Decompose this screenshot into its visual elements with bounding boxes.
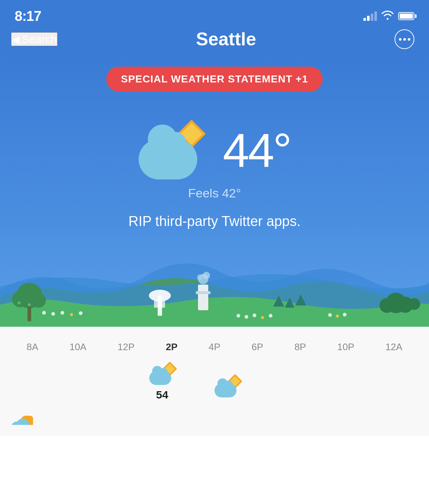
signal-bar-2 — [367, 16, 370, 21]
partial-icon-8a — [11, 416, 33, 425]
partly-cloudy-icon — [139, 121, 205, 179]
partial-icon-placeholder2 — [81, 416, 129, 425]
back-label: Search — [22, 33, 57, 45]
hour-temp-2p: 54 — [156, 389, 168, 401]
hourly-bottom-partial — [0, 408, 429, 425]
dot-3 — [408, 38, 410, 41]
svg-rect-3 — [27, 307, 31, 321]
svg-point-31 — [328, 313, 332, 317]
svg-point-1 — [12, 291, 28, 307]
svg-point-12 — [197, 274, 203, 280]
hour-label-6p: 6P — [252, 341, 263, 353]
svg-point-33 — [343, 313, 346, 316]
landscape-scene — [0, 224, 429, 327]
partial-icon-placeholder4 — [177, 416, 225, 425]
partial-cloud-8a — [11, 416, 33, 425]
status-bar: 8:17 — [0, 0, 429, 26]
svg-point-4 — [18, 301, 21, 304]
hour-label-12p: 12P — [118, 341, 135, 353]
signal-bars-icon — [363, 11, 377, 21]
signal-bar-3 — [371, 14, 373, 21]
partial-icon-placeholder6 — [274, 416, 322, 425]
svg-point-5 — [28, 303, 31, 306]
hour-label-8p: 8P — [294, 341, 306, 353]
svg-point-27 — [245, 315, 248, 319]
hour-icon-2p — [149, 364, 175, 385]
hour-label-2p: 2P — [166, 341, 177, 353]
weather-icon-temp: 44° — [139, 121, 291, 179]
weather-content: 44° Feels 42° RIP third-party Twitter ap… — [22, 117, 407, 229]
svg-point-7 — [149, 290, 171, 301]
hour-icon-4p — [214, 376, 240, 397]
back-button[interactable]: ◀ Search — [11, 32, 58, 46]
svg-rect-9 — [198, 285, 208, 310]
more-circle-icon — [395, 29, 414, 49]
hour-label-12a: 12A — [385, 341, 402, 353]
alert-container: SPECIAL WEATHER STATEMENT +1 — [22, 56, 407, 117]
svg-point-32 — [336, 315, 339, 318]
svg-point-28 — [253, 314, 256, 317]
dot-1 — [399, 38, 402, 41]
signal-bar-1 — [363, 18, 366, 21]
temperature-value: 44° — [223, 123, 291, 177]
hourly-icons: 54 — [0, 364, 429, 401]
back-arrow-icon: ◀ — [12, 33, 20, 45]
hour-label-10a: 10A — [69, 341, 86, 353]
mini-cloud-4p — [214, 383, 236, 397]
hour-label-4p: 4P — [209, 341, 220, 353]
hour-item-4p — [214, 376, 240, 401]
svg-rect-8 — [154, 300, 165, 308]
temperature-display: 44° — [223, 126, 291, 174]
svg-point-18 — [380, 298, 394, 313]
svg-point-30 — [269, 314, 272, 318]
status-time: 8:17 — [15, 8, 41, 24]
partial-icon-placeholder5 — [225, 416, 274, 425]
svg-point-20 — [408, 298, 420, 310]
signal-bar-4 — [374, 11, 377, 21]
svg-point-22 — [51, 312, 55, 316]
partial-cloud-svg-8a — [11, 416, 33, 425]
city-title: Seattle — [196, 29, 256, 50]
landscape-svg — [0, 224, 429, 327]
partial-icon-placeholder3 — [129, 416, 177, 425]
wifi-icon — [381, 10, 394, 23]
alert-banner[interactable]: SPECIAL WEATHER STATEMENT +1 — [106, 67, 323, 92]
hour-item-2p: 54 — [149, 364, 175, 401]
cloud-body — [139, 139, 197, 179]
partial-icon-placeholder7 — [322, 416, 370, 425]
hour-label-8a: 8A — [27, 341, 38, 353]
mini-cloud-2p — [149, 371, 171, 385]
dot-2 — [403, 38, 406, 41]
hourly-section: 8A 10A 12P 2P 4P 6P 8P 10P 12A — [0, 327, 429, 436]
svg-point-24 — [70, 313, 73, 316]
svg-point-26 — [236, 314, 240, 318]
partial-icon-placeholder — [33, 416, 81, 425]
svg-point-25 — [79, 311, 82, 315]
battery-icon — [398, 12, 414, 20]
svg-point-21 — [42, 311, 46, 315]
svg-point-11 — [203, 272, 210, 279]
status-icons — [363, 10, 414, 23]
feels-like: Feels 42° — [188, 186, 241, 200]
top-nav: ◀ Search Seattle — [0, 26, 429, 56]
alert-text: SPECIAL WEATHER STATEMENT +1 — [121, 73, 308, 85]
hour-label-10p: 10P — [337, 341, 354, 353]
weather-main: SPECIAL WEATHER STATEMENT +1 44° Feels 4… — [0, 56, 429, 327]
svg-point-2 — [31, 293, 46, 308]
svg-point-29 — [261, 316, 264, 319]
svg-rect-13 — [196, 291, 210, 294]
svg-point-23 — [60, 311, 64, 315]
partial-icon-placeholder8 — [370, 416, 418, 425]
hourly-times: 8A 10A 12P 2P 4P 6P 8P 10P 12A — [0, 341, 429, 353]
more-button[interactable] — [395, 29, 414, 49]
